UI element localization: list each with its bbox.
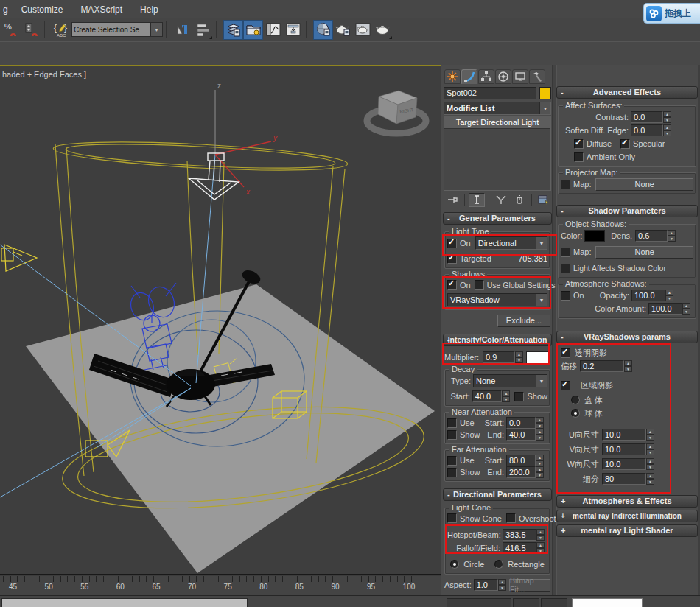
near-start-field[interactable]: 0.0 [506, 417, 536, 429]
menu-maxscript[interactable]: MAXScript [71, 1, 131, 18]
light-color-swatch[interactable] [526, 351, 550, 364]
sphere-radio[interactable] [571, 409, 580, 418]
w-size-spinner[interactable]: ▲▼ [646, 458, 654, 470]
opacity-field[interactable]: 100.0 [631, 290, 665, 301]
rollout-header[interactable]: -Directional Parameters [443, 488, 552, 501]
percent-snap-icon[interactable]: % [1, 20, 21, 40]
mirror-icon[interactable] [173, 20, 193, 40]
remove-modifier-icon[interactable] [511, 193, 528, 207]
menu-customize[interactable]: Customize [13, 1, 72, 18]
decay-type-dropdown[interactable]: None ▼ [473, 374, 547, 387]
shadow-map-button[interactable]: None [595, 246, 693, 259]
tab-motion[interactable] [495, 69, 511, 84]
rollout-mentalray-light-shader[interactable]: +mental ray Light Shader [556, 524, 698, 537]
modifier-list-dropdown[interactable]: Modifier List ▼ [444, 102, 551, 115]
bias-spinner[interactable]: ▲▼ [624, 360, 632, 372]
rollout-header[interactable]: -Advanced Effects [556, 86, 698, 99]
align-icon[interactable] [193, 20, 213, 40]
rendered-frame-window-icon[interactable] [353, 20, 373, 40]
aspect-field[interactable]: 1.0 [474, 579, 498, 591]
bias-field[interactable]: 0.2 [580, 360, 624, 372]
light-affects-checkbox[interactable] [561, 264, 570, 273]
far-end-field[interactable]: 200.0 [506, 466, 536, 478]
multiplier-field[interactable]: 0.9 [483, 351, 515, 363]
color-amount-spinner[interactable]: ▲▼ [682, 303, 690, 315]
targeted-checkbox[interactable] [447, 254, 457, 264]
perspective-viewport[interactable]: haded + Edged Faces ] [0, 65, 441, 574]
exclude-button[interactable]: Exclude... [497, 315, 550, 327]
far-end-spinner[interactable]: ▲▼ [536, 466, 544, 478]
show-end-result-icon[interactable] [469, 193, 485, 207]
soften-spinner[interactable]: ▲▼ [663, 124, 671, 136]
soften-field[interactable]: 0.0 [631, 124, 663, 136]
overshoot-checkbox[interactable] [506, 513, 516, 523]
shadow-type-dropdown[interactable]: VRayShadow ▼ [447, 293, 547, 306]
w-size-field[interactable]: 10.0 [602, 458, 646, 470]
subdivs-spinner[interactable]: ▲▼ [646, 473, 654, 485]
contrast-field[interactable]: 0.0 [631, 111, 663, 123]
projector-map-button[interactable]: None [595, 178, 693, 191]
selection-set-dropdown-arrow-icon[interactable]: ▼ [151, 22, 163, 37]
atmosphere-on-checkbox[interactable] [561, 291, 570, 301]
netdisk-overlay[interactable]: 拖拽上 [643, 3, 700, 24]
light-on-checkbox[interactable] [447, 239, 457, 248]
subdivs-field[interactable]: 80 [602, 473, 646, 485]
specular-checkbox[interactable] [620, 139, 630, 149]
timeline-ruler[interactable]: 4550556065707580859095100 [0, 576, 441, 595]
viewport-shading-label[interactable]: haded + Edged Faces ] [2, 70, 86, 79]
schematic-view-icon[interactable] [283, 20, 303, 40]
hotspot-field[interactable]: 383.5 [503, 529, 536, 541]
material-editor-icon[interactable] [313, 20, 333, 40]
rollout-header[interactable]: -General Parameters [443, 212, 552, 225]
ambient-only-checkbox[interactable] [574, 152, 584, 162]
v-size-spinner[interactable]: ▲▼ [646, 443, 654, 455]
layer-manager-icon[interactable] [223, 20, 243, 40]
circle-radio[interactable] [450, 560, 459, 569]
near-end-field[interactable]: 40.0 [506, 429, 536, 441]
density-field[interactable]: 0.6 [635, 230, 668, 242]
selection-set-dropdown[interactable]: Create Selection Se [71, 22, 151, 37]
far-start-spinner[interactable]: ▲▼ [536, 455, 544, 466]
rollout-header[interactable]: -Shadow Parameters [556, 205, 698, 217]
shadow-map-checkbox[interactable] [561, 248, 570, 257]
density-spinner[interactable]: ▲▼ [668, 230, 676, 242]
rollout-mentalray-indirect[interactable]: +mental ray Indirect Illumination [556, 510, 698, 522]
hotspot-spinner[interactable]: ▲▼ [536, 529, 545, 541]
near-start-spinner[interactable]: ▲▼ [536, 417, 544, 429]
color-amount-field[interactable]: 100.0 [648, 303, 682, 315]
rectangle-radio[interactable] [494, 560, 503, 569]
projector-map-checkbox[interactable] [561, 180, 570, 189]
far-use-checkbox[interactable] [447, 456, 457, 466]
falloff-field[interactable]: 416.5 [503, 542, 536, 554]
object-wirecolor-swatch[interactable] [539, 87, 551, 99]
opacity-spinner[interactable]: ▲▼ [665, 290, 673, 301]
use-global-settings-checkbox[interactable] [475, 280, 484, 290]
menu-rendering-clipped[interactable]: g [0, 1, 13, 18]
shadow-color-swatch[interactable] [584, 230, 605, 242]
spinner-snap-icon[interactable] [21, 20, 41, 40]
named-selection-sets-icon[interactable]: {}ABC [52, 20, 71, 40]
rollout-atmospheres-effects[interactable]: +Atmospheres & Effects [556, 495, 698, 508]
configure-modifier-sets-icon[interactable] [536, 193, 552, 207]
status-button[interactable] [447, 598, 511, 607]
decay-show-checkbox[interactable] [514, 392, 524, 401]
stack-item-light[interactable]: Target Directional Light [444, 116, 550, 129]
tab-hierarchy[interactable] [478, 69, 494, 84]
rollout-header[interactable]: -VRayShadows params [556, 331, 698, 343]
coordinate-field[interactable] [572, 598, 643, 607]
u-size-field[interactable]: 10.0 [602, 429, 646, 441]
near-show-checkbox[interactable] [447, 430, 457, 440]
diffuse-checkbox[interactable] [574, 139, 584, 149]
make-unique-icon[interactable] [493, 193, 509, 207]
tab-modify[interactable] [461, 69, 477, 84]
status-button[interactable] [513, 598, 539, 607]
modifier-stack[interactable]: Target Directional Light [444, 116, 551, 191]
tab-utilities[interactable] [529, 69, 545, 84]
transparent-shadows-checkbox[interactable] [561, 348, 570, 358]
near-end-spinner[interactable]: ▲▼ [536, 429, 544, 441]
u-size-spinner[interactable]: ▲▼ [646, 429, 654, 441]
object-name-field[interactable] [444, 87, 536, 99]
falloff-spinner[interactable]: ▲▼ [536, 542, 545, 554]
multiplier-spinner[interactable]: ▲▼ [515, 351, 523, 363]
area-shadows-checkbox[interactable] [561, 381, 570, 390]
